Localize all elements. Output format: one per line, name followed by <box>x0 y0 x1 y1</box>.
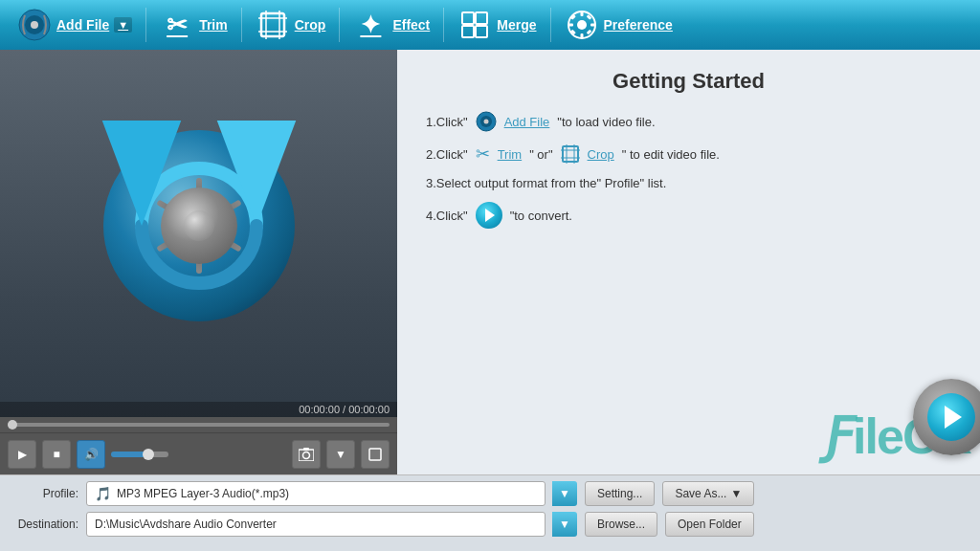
svg-point-25 <box>303 452 310 458</box>
merge-button[interactable]: Merge <box>450 4 544 46</box>
step-3: 3.Select output format from the" Profile… <box>426 176 951 190</box>
add-file-dropdown[interactable]: ▼ <box>114 17 132 33</box>
destination-dropdown-button[interactable]: ▼ <box>552 512 577 537</box>
reel-arrows-svg <box>94 121 304 331</box>
svg-rect-9 <box>476 12 487 24</box>
svg-rect-17 <box>590 24 595 27</box>
svg-rect-15 <box>580 33 583 38</box>
step1-add-icon <box>476 111 497 132</box>
right-controls: ▼ <box>292 440 390 469</box>
getting-started-title: Getting Started <box>426 69 951 94</box>
profile-select-icon: 🎵 <box>95 486 111 501</box>
destination-value: D:\Music\Avdshare Audio Converter <box>95 518 277 531</box>
play-button[interactable]: ▶ <box>8 440 36 469</box>
playback-controls: ▶ ■ 🔊 ▼ <box>0 432 397 474</box>
svg-rect-3 <box>261 13 284 36</box>
svg-rect-16 <box>568 24 573 27</box>
video-preview <box>0 50 397 402</box>
preference-button[interactable]: Preference <box>557 4 680 46</box>
merge-icon <box>457 8 492 42</box>
effect-icon: ✦ <box>353 8 388 42</box>
divider-1 <box>145 8 146 42</box>
step2-crop-link[interactable]: Crop <box>588 147 614 162</box>
convert-button-inner <box>927 393 975 441</box>
step2-crop-icon <box>561 144 580 164</box>
step4-convert-icon <box>476 202 502 229</box>
bottom-bar: Profile: 🎵 MP3 MPEG Layer-3 Audio(*.mp3)… <box>0 474 980 551</box>
destination-row: Destination: D:\Music\Avdshare Audio Con… <box>11 512 969 537</box>
step2-trim-link[interactable]: Trim <box>498 147 523 162</box>
more-options-button[interactable]: ▼ <box>326 440 355 469</box>
toolbar: Add File ▼ ✂ Trim Crop ✦ Effect <box>0 0 980 50</box>
volume-thumb[interactable] <box>143 449 154 460</box>
step1-add-link[interactable]: Add File <box>504 115 550 129</box>
destination-select[interactable]: D:\Music\Avdshare Audio Converter <box>86 512 546 537</box>
settings-button[interactable]: Setting... <box>585 481 655 506</box>
step-1: 1.Click" Add File "to load video file. <box>426 111 951 132</box>
profile-row: Profile: 🎵 MP3 MPEG Layer-3 Audio(*.mp3)… <box>11 481 969 506</box>
svg-rect-14 <box>580 11 583 16</box>
browse-button[interactable]: Browse... <box>585 512 657 537</box>
convert-button[interactable] <box>913 379 980 455</box>
divider-3 <box>339 8 340 42</box>
time-display: 00:00:00 / 00:00:00 <box>0 402 397 417</box>
video-panel: 00:00:00 / 00:00:00 ▶ ■ 🔊 <box>0 50 397 474</box>
step-4: 4.Click" "to convert. <box>426 202 951 229</box>
profile-dropdown-button[interactable]: ▼ <box>552 481 577 506</box>
trim-icon: ✂ <box>160 8 194 42</box>
seek-thumb[interactable] <box>8 420 17 430</box>
divider-2 <box>241 8 242 42</box>
getting-started-panel: Getting Started 1.Click" Add File "to lo… <box>397 50 980 474</box>
video-reel-graphic <box>103 130 295 321</box>
save-as-dropdown-arrow[interactable]: ▼ <box>730 487 742 500</box>
svg-rect-11 <box>476 26 487 37</box>
svg-rect-31 <box>563 146 578 162</box>
open-folder-button[interactable]: Open Folder <box>665 512 754 537</box>
volume-button[interactable]: 🔊 <box>77 440 105 469</box>
crop-button[interactable]: Crop <box>248 4 334 46</box>
svg-point-30 <box>483 120 488 124</box>
volume-slider[interactable] <box>111 452 168 457</box>
convert-button-arrow <box>945 406 962 429</box>
svg-rect-8 <box>462 12 474 24</box>
svg-point-13 <box>577 20 587 30</box>
svg-rect-27 <box>369 449 381 460</box>
step2-trim-icon: ✂ <box>476 143 490 165</box>
fullscreen-button[interactable] <box>361 440 390 469</box>
seek-bar[interactable] <box>0 417 397 432</box>
profile-label: Profile: <box>11 487 78 500</box>
stop-button[interactable]: ■ <box>42 440 71 469</box>
destination-label: Destination: <box>11 518 78 531</box>
profile-select[interactable]: 🎵 MP3 MPEG Layer-3 Audio(*.mp3) <box>86 481 546 506</box>
profile-value: MP3 MPEG Layer-3 Audio(*.mp3) <box>117 487 289 500</box>
step-2: 2.Click" ✂ Trim " or" Crop " to edit vid… <box>426 143 951 165</box>
crop-icon <box>256 8 290 42</box>
add-file-icon <box>17 8 52 42</box>
add-file-button[interactable]: Add File ▼ <box>10 4 140 46</box>
screenshot-button[interactable] <box>292 440 321 469</box>
effect-button[interactable]: ✦ Effect <box>345 4 437 46</box>
seek-track[interactable] <box>8 423 390 427</box>
svg-rect-26 <box>303 448 309 451</box>
preference-icon <box>565 8 599 42</box>
save-as-button[interactable]: Save As... ▼ <box>662 481 754 506</box>
trim-button[interactable]: ✂ Trim <box>152 4 235 46</box>
main-area: 00:00:00 / 00:00:00 ▶ ■ 🔊 <box>0 50 980 474</box>
svg-rect-10 <box>462 26 474 37</box>
divider-4 <box>443 8 444 42</box>
divider-5 <box>550 8 551 42</box>
svg-point-2 <box>31 21 38 29</box>
